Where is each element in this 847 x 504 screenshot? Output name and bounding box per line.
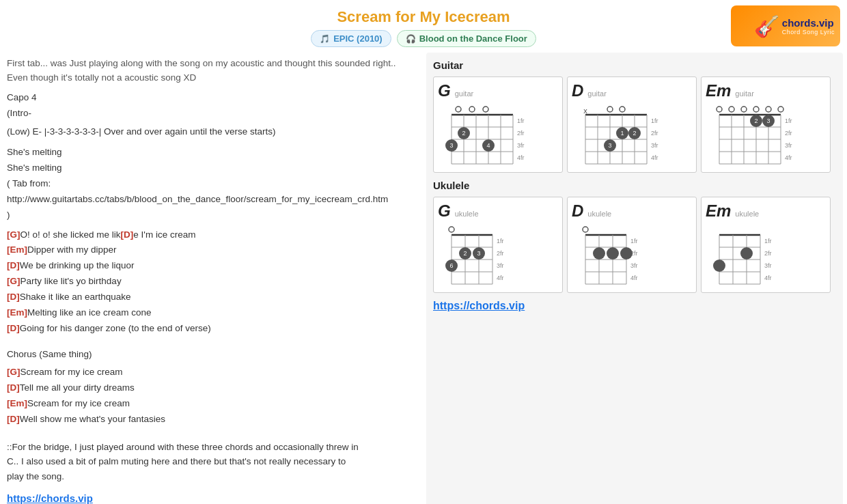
lyric-line-7: [D]Going for his danger zone (to the end… [7,321,418,337]
svg-text:1fr: 1fr [764,238,772,244]
guitar-section-label: Guitar [433,59,836,71]
svg-text:2fr: 2fr [651,130,658,137]
svg-point-50 [741,107,747,112]
chord-g-2: [G] [7,276,20,286]
lyric-line-4: [G]Party like lit's yo birthday [7,274,418,290]
chord-d-ukulele: D ukulele [567,197,697,293]
svg-text:4fr: 4fr [785,154,792,161]
chord-g-uke-diagram: 1fr 2fr 3fr 4fr 2 3 6 [438,223,516,288]
ukulele-section-label: Ukulele [433,180,836,191]
site-url-right[interactable]: https://chords.vip [433,300,836,312]
logo-chords-text: chords.vip [782,17,835,29]
chord-d-inline: [D] [121,229,134,240]
chord-g-guitar: G guitar [433,76,563,173]
chord-em-chorus-1: [Em] [7,398,27,408]
chord-g-chorus-1: [G] [7,367,20,377]
lyric-shes-melting-2: She's melting [7,160,418,176]
svg-text:3fr: 3fr [651,142,658,149]
chorus-label: Chorus (Same thing) [7,349,418,359]
svg-text:4fr: 4fr [497,275,504,281]
svg-text:1fr: 1fr [497,238,504,244]
lyric-line-2: [Em]Dipper with my dipper [7,242,418,258]
svg-text:3fr: 3fr [517,142,525,149]
badges-container: 🎵 EPIC (2010) 🎧 Blood on the Dance Floor [0,30,847,47]
chord-d-type: guitar [587,89,607,98]
svg-point-93 [583,227,588,232]
chord-em-uke-type: ukulele [735,210,759,218]
logo-subtitle: Chord Song Lyric [782,29,835,36]
svg-text:3fr: 3fr [785,142,792,149]
chord-d-name: D [572,81,583,100]
chord-g-ukulele: G ukulele [433,197,563,293]
svg-point-73 [449,227,454,232]
intro-label: (Intro- [7,108,418,118]
svg-text:6: 6 [449,262,453,269]
badge-artist: 🎧 Blood on the Dance Floor [397,30,536,47]
svg-point-25 [607,107,613,112]
lyric-line-3: [D]We be drinking up the liquor [7,258,418,274]
chorus-line-1: [G]Scream for my ice cream [7,365,418,380]
chord-d-uke-name: D [572,201,583,221]
logo-container: 🎸 chords.vip Chord Song Lyric [731,5,840,46]
svg-text:3: 3 [608,142,611,149]
svg-text:1fr: 1fr [630,238,638,244]
left-content: First tab... was Just playing along with… [4,53,421,504]
chord-d-chorus-1: [D] [7,382,20,393]
svg-text:1fr: 1fr [785,117,792,124]
svg-point-123 [740,247,753,260]
chorus-line-3: [Em]Scream for my ice cream [7,396,418,412]
svg-text:2: 2 [462,130,465,137]
svg-point-2 [483,107,488,112]
chord-d-3: [D] [7,323,20,333]
lyric-line-6: [Em]Melting like an ice cream cone [7,305,418,321]
lyric-line-1: [G]O! o! o! she licked me lik[D]e I'm ic… [7,227,418,243]
chord-em-2: [Em] [7,307,27,318]
tab-line: (Low) E- |-3-3-3-3-3-3-| Over and over a… [7,126,418,137]
chord-g-1: [G] [7,229,20,240]
guitar-chords-row: G guitar [433,76,836,173]
chord-em-type: guitar [735,89,754,98]
right-panel: Guitar G guitar [426,53,843,504]
chord-d-chorus-2: [D] [7,414,20,424]
chord-d-guitar: D guitar x [567,76,697,173]
svg-text:4fr: 4fr [764,275,772,281]
svg-point-48 [717,107,722,112]
chorus-line-2: [D]Tell me all your dirty dreams [7,380,418,396]
svg-point-108 [607,247,619,260]
svg-text:2fr: 2fr [764,250,772,257]
site-url-left[interactable]: https://chords.vip [7,492,418,504]
chord-em-diagram: 1fr 2fr 3fr 4fr 2 3 [706,102,811,167]
svg-text:3: 3 [449,142,453,149]
svg-text:2: 2 [754,117,758,124]
ukulele-chords-row: G ukulele [433,197,836,293]
chord-d-diagram: x [572,102,678,167]
chord-em-1: [Em] [7,244,27,255]
bridge-text: ::For the bridge, I just played around w… [7,440,418,484]
main-layout: First tab... was Just playing along with… [0,53,847,504]
chord-em-uke-name: Em [706,201,731,221]
svg-point-124 [713,260,725,272]
header: Scream for My Icecream 🎵 EPIC (2010) 🎧 B… [0,0,847,53]
svg-text:1fr: 1fr [651,117,658,124]
svg-text:1: 1 [620,130,624,137]
chord-d-uke-diagram: 1fr 2fr 3fr 4fr [572,223,650,288]
lyric-shes-melting-1: She's melting [7,145,418,160]
svg-text:4fr: 4fr [630,275,638,281]
svg-point-0 [456,107,461,112]
chord-em-uke-diagram: 1fr 2fr 3fr 4fr [706,223,784,288]
lyric-tab-from: ( Tab from: http://www.guitartabs.cc/tab… [7,176,418,208]
chord-em-guitar: Em guitar [701,76,831,173]
svg-point-109 [620,247,633,260]
guitar-icon: 🎸 [754,14,779,38]
svg-text:2fr: 2fr [517,130,525,137]
artist-icon: 🎧 [406,34,416,44]
svg-text:3fr: 3fr [630,262,638,269]
svg-text:2fr: 2fr [497,250,504,257]
svg-point-52 [766,107,771,112]
chord-g-uke-name: G [438,201,451,221]
svg-text:2: 2 [463,250,467,257]
svg-point-53 [778,107,783,112]
svg-point-49 [729,107,734,112]
svg-text:3: 3 [477,250,480,257]
svg-text:3fr: 3fr [497,262,504,269]
